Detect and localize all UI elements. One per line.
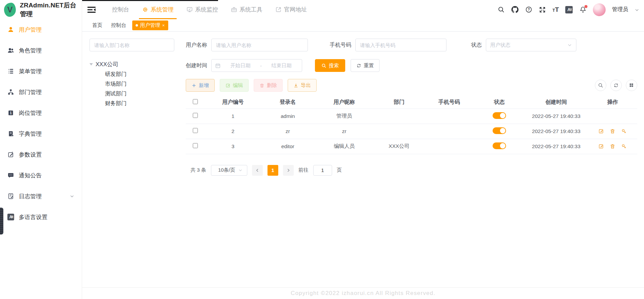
translate-badge-icon: A文 [7, 214, 14, 220]
status-select[interactable]: 用户状态 [486, 39, 576, 51]
nav-item-system-tools[interactable]: 系统工具 [224, 0, 269, 19]
close-icon[interactable]: × [162, 23, 165, 28]
tree-node-dept[interactable]: 财务部门 [105, 98, 186, 108]
cell-dept [374, 124, 424, 139]
cell-user-id: 2 [205, 124, 261, 139]
tree-node-dept[interactable]: 研发部门 [105, 69, 186, 79]
search-button-label: 搜索 [329, 62, 339, 69]
tree-node-company[interactable]: XXX公司 [90, 59, 186, 69]
delete-button[interactable]: 删除 [254, 79, 283, 92]
pagination: 共 3 条 10条/页 1 前往 [186, 165, 637, 176]
toggle-search-button[interactable] [595, 80, 606, 91]
search-icon [321, 63, 326, 68]
edit-square-icon [7, 151, 14, 158]
tree-expand-caret-icon[interactable] [90, 63, 93, 66]
font-size-icon[interactable]: TT [552, 6, 559, 13]
row-reset-password-icon[interactable] [621, 128, 627, 134]
search-button[interactable]: 搜索 [315, 59, 345, 72]
sidebar-item-notices[interactable]: 通知公告 [0, 165, 82, 186]
user-avatar[interactable] [593, 3, 606, 16]
nav-item-official-site[interactable]: 官网地址 [269, 0, 313, 19]
sidebar-item-users[interactable]: 用户管理 [0, 19, 82, 40]
col-header: 用户昵称 [314, 96, 374, 109]
row-reset-password-icon[interactable] [621, 143, 627, 149]
row-checkbox[interactable] [193, 113, 198, 118]
trash-icon [259, 83, 264, 88]
col-header: 部门 [374, 96, 424, 109]
row-edit-icon[interactable] [598, 143, 604, 149]
cell-phone [424, 139, 474, 154]
col-header: 操作 [588, 96, 637, 109]
cell-login: admin [261, 109, 314, 124]
theme-drawer-handle[interactable] [0, 208, 3, 234]
translate-icon[interactable]: A文 [565, 6, 573, 13]
col-header: 创建时间 [524, 96, 588, 109]
sidebar-item-logs[interactable]: 日志管理 [0, 186, 82, 207]
tree-node-dept[interactable]: 市场部门 [105, 79, 186, 89]
nav-item-label: 系统管理 [151, 6, 174, 13]
app-root: V ZRAdmin.NET后台管理 用户管理 角色管理 菜单管理 [0, 0, 644, 299]
nav-item-console[interactable]: 控制台 [106, 0, 136, 19]
tab-console[interactable]: 控制台 [108, 20, 129, 30]
add-button[interactable]: 新增 [186, 79, 215, 92]
fullscreen-icon[interactable] [539, 6, 546, 13]
status-toggle[interactable] [493, 112, 506, 119]
help-icon[interactable]: ? [525, 6, 532, 13]
user-menu-chevron-icon[interactable] [635, 7, 639, 12]
grid-icon [629, 83, 634, 88]
sidebar-item-menus[interactable]: 菜单管理 [0, 61, 82, 82]
search-icon[interactable] [497, 6, 505, 13]
github-icon[interactable] [511, 6, 518, 13]
sidebar-item-parameters[interactable]: 参数设置 [0, 144, 82, 165]
row-edit-icon[interactable] [598, 128, 604, 134]
sidebar-item-roles[interactable]: 角色管理 [0, 40, 82, 61]
table-toolbar: 新增 编辑 删除 [186, 79, 637, 92]
cell-nick: zr [314, 124, 374, 139]
col-header: 登录名 [261, 96, 314, 109]
tree-node-dept[interactable]: 测试部门 [105, 89, 186, 98]
select-all-checkbox[interactable] [193, 99, 198, 104]
nav-item-system-monitor[interactable]: 系统监控 [180, 0, 224, 19]
row-actions [588, 143, 637, 149]
users-table: 用户编号 登录名 用户昵称 部门 手机号码 状态 创建时间 操作 [186, 96, 637, 154]
tab-label: 用户管理 [140, 22, 160, 29]
sidebar-item-departments[interactable]: 部门管理 [0, 82, 82, 102]
username-input[interactable] [211, 39, 308, 51]
date-range-picker[interactable]: 开始日期 - 结束日期 [211, 59, 302, 72]
sidebar-collapse-icon[interactable] [87, 6, 96, 13]
sidebar-item-languages[interactable]: A文 多语言设置 [0, 207, 82, 227]
row-checkbox[interactable] [193, 143, 198, 148]
row-delete-icon[interactable] [610, 128, 615, 134]
prev-page-button[interactable] [252, 165, 263, 176]
cell-user-id: 1 [205, 109, 261, 124]
sidebar-item-dictionary[interactable]: 字典管理 [0, 123, 82, 144]
notification-bell-icon[interactable] [579, 6, 586, 13]
tab-home[interactable]: 首页 [90, 20, 105, 30]
page-size-select[interactable]: 10条/页 [211, 165, 247, 176]
logo-row[interactable]: V ZRAdmin.NET后台管理 [0, 0, 82, 19]
status-toggle[interactable] [493, 142, 506, 149]
column-settings-button[interactable] [626, 80, 637, 91]
reset-button[interactable]: 重置 [351, 59, 380, 72]
status-toggle[interactable] [493, 127, 506, 134]
export-button[interactable]: 导出 [288, 79, 317, 92]
status-select-value: 用户状态 [490, 42, 567, 48]
dept-search-input[interactable] [90, 39, 174, 51]
chevron-down-icon [70, 194, 74, 199]
next-page-button[interactable] [283, 165, 294, 176]
row-delete-icon[interactable] [610, 143, 615, 149]
tab-user-management[interactable]: 用户管理 × [132, 20, 168, 30]
page-unit-label: 页 [337, 167, 342, 173]
edit-button[interactable]: 编辑 [220, 79, 249, 92]
comment-icon [7, 172, 14, 179]
table-row: 3 editor 编辑人员 XXX公司 2022-05-27 19:40:33 [186, 139, 637, 154]
top-nav-items: 控制台 系统管理 系统监控 [106, 0, 313, 19]
phone-input[interactable] [355, 39, 446, 51]
refresh-table-button[interactable] [610, 80, 622, 91]
goto-page-input[interactable] [313, 165, 332, 176]
current-page-button[interactable]: 1 [267, 165, 278, 176]
row-checkbox[interactable] [193, 128, 198, 133]
nav-item-system-management[interactable]: 系统管理 [136, 0, 180, 19]
log-document-icon [7, 193, 14, 200]
sidebar-item-posts[interactable]: 1 岗位管理 [0, 102, 82, 123]
